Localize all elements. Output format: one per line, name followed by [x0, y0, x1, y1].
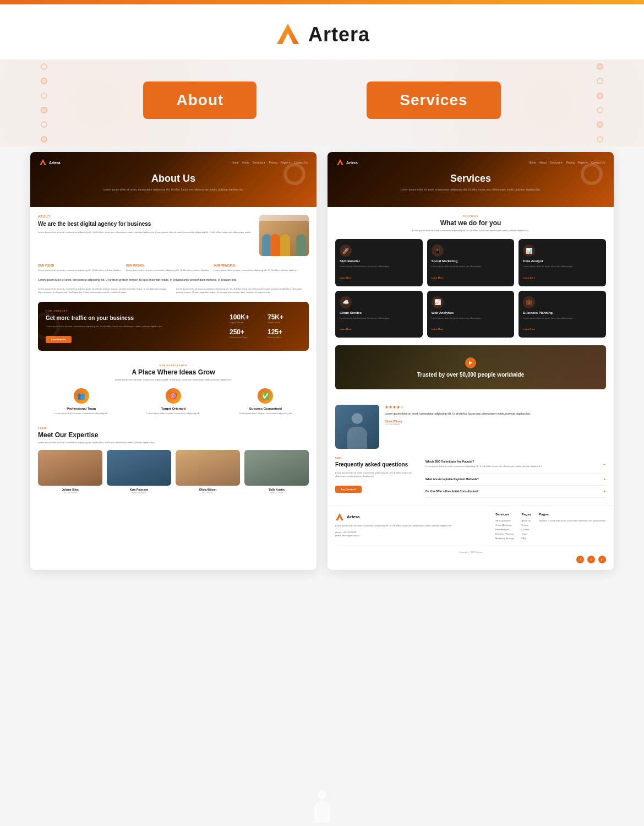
services-hero: Artera Home About Services ▾ Pricing Pag…: [328, 152, 614, 207]
hero-decoration: [581, 163, 603, 185]
faq-item-3[interactable]: Do You Offer a Free Initial Consultation…: [425, 486, 606, 498]
stat-professional-team-num: 250+: [230, 328, 263, 336]
team-tag: TEAM: [38, 427, 309, 430]
data-text: Lorem ipsum dolor sit amet, luctus nec u…: [523, 265, 602, 268]
services-hero-subtitle: Lorem ipsum dolor sit amet, consectetur …: [336, 188, 605, 192]
faq-text: Lorem ipsum dolor sit amet, consectetur …: [335, 471, 418, 478]
nav-link-about[interactable]: About: [242, 161, 249, 164]
copyright-text: Copyright © 2023 Artera: [459, 551, 483, 553]
col-vision-title: OUR VISION: [38, 264, 122, 267]
faq-expand-icon[interactable]: +: [603, 489, 606, 494]
faq-expand-icon[interactable]: +: [603, 477, 606, 482]
faq-contact-button[interactable]: Any Question?: [335, 486, 362, 493]
services-section-text: Lorem ipsum dolor sit amet, consectetur …: [335, 229, 606, 232]
dot: [597, 107, 603, 113]
two-col-right: Lorem ipsum dolor sit amet consectetur a…: [176, 287, 309, 294]
exc-icon-target: 🎯: [166, 388, 181, 404]
service-card-business: 💼 Business Planning Lorem ipsum dolor si…: [519, 291, 606, 338]
business-text: Lorem ipsum dolor sit amet, luctus nec u…: [523, 317, 602, 320]
nav-link-services[interactable]: Services ▾: [550, 161, 563, 164]
faq-item-2[interactable]: What Are Acceptable Payment Methods? +: [425, 474, 606, 486]
facebook-icon[interactable]: f: [576, 556, 584, 563]
about-preview-card: Artera Home About Services ▾ Pricing Pag…: [30, 152, 316, 570]
journey-left: OUR JOURNEY Get more traffic on your bus…: [46, 309, 223, 343]
svg-marker-3: [336, 513, 343, 520]
analytics-text: Lorem ipsum dolor sit amet, luctus nec u…: [432, 317, 510, 320]
footer-contact: phone: +234 81 6816 email: admin@artera.…: [335, 531, 488, 538]
preview-nav: Artera Home About Services ▾ Pricing Pag…: [39, 159, 308, 166]
excellence-grid: 👥 Professional Team Lorem ipsum dolor si…: [38, 388, 309, 415]
about-intro: ABOUT We are the best digital agency for…: [38, 215, 309, 256]
footer-col-item: Team: [521, 532, 531, 535]
data-icon: 📊: [523, 244, 535, 257]
preview-nav: Artera Home About Services ▾ Pricing Pag…: [336, 159, 605, 166]
social-icon: 📱: [432, 244, 444, 257]
stat-partners-won: 125+ Partners Won: [268, 328, 301, 339]
nav-link-home[interactable]: Home: [231, 161, 238, 164]
svg-marker-2: [337, 159, 343, 165]
journey-stats: 100K+ Happy Clients 75K+ Project Done 25…: [230, 313, 301, 339]
col-principle-title: OUR PRINCIPLE: [214, 264, 297, 267]
journey-title: Get more traffic on your business: [46, 314, 223, 322]
big-para-text: Lorem ipsum dolor sit amet, consectetur …: [38, 278, 237, 281]
nav-link-pricing[interactable]: Pricing: [566, 161, 574, 164]
about-content: ABOUT We are the best digital agency for…: [30, 207, 316, 507]
journey-section: OUR JOURNEY Get more traffic on your bus…: [38, 302, 309, 351]
faq-title: Frequently asked questions: [335, 461, 418, 468]
play-button[interactable]: ▶: [465, 357, 476, 368]
nav-link-services[interactable]: Services ▾: [253, 161, 266, 164]
services-button[interactable]: Services: [367, 81, 500, 119]
business-link[interactable]: Learn More: [523, 328, 535, 330]
footer-logo: Artera: [335, 513, 488, 521]
nav-link-about[interactable]: About: [539, 161, 547, 164]
person-head: [352, 413, 363, 424]
data-link[interactable]: Learn More: [523, 276, 535, 279]
svg-marker-1: [40, 159, 46, 165]
dot: [41, 93, 47, 99]
nav-link-pricing[interactable]: Pricing: [269, 161, 277, 164]
team-member-1: Juliane Silva CEO / Founder: [38, 450, 102, 494]
service-card-data: 📊 Data Analyst Lorem ipsum dolor sit ame…: [519, 239, 606, 286]
member-photo-4: [244, 450, 309, 486]
buttons-section: About Services: [0, 59, 644, 146]
analytics-link[interactable]: Learn More: [432, 328, 444, 330]
cloud-link[interactable]: Learn More: [340, 328, 352, 330]
stat-project-done-num: 75K+: [268, 313, 301, 321]
social-link[interactable]: Learn More: [432, 276, 444, 279]
about-para: Lorem ipsum dolor sit amet, consectetur …: [38, 231, 254, 234]
preview-area: Artera Home About Services ▾ Pricing Pag…: [0, 146, 644, 592]
col-principle-text: Lorem ipsum dolor sit amet, consectetur …: [214, 269, 297, 272]
footer-col-item: Business Planning: [495, 532, 514, 535]
dot: [597, 136, 603, 143]
faq-close-icon[interactable]: −: [603, 462, 606, 467]
preview-nav-logo: Artera: [39, 159, 61, 166]
journey-tag: OUR JOURNEY: [46, 309, 223, 312]
linkedin-icon[interactable]: in: [598, 556, 606, 563]
excellence-title: A Place Where Ideas Grow: [38, 368, 309, 376]
dot: [41, 63, 47, 70]
member-photo-2: [107, 450, 171, 486]
footer-logo-icon: [335, 513, 344, 521]
person-silhouette-4: [296, 234, 306, 256]
faq-item-1[interactable]: Which SEO Techniques Are Popular? Lorem …: [425, 457, 606, 474]
three-columns: OUR VISION Lorem ipsum dolor sit amet, c…: [38, 264, 309, 272]
seo-link[interactable]: Learn More: [340, 276, 352, 279]
twitter-icon[interactable]: t: [587, 556, 595, 563]
person-silhouette-3: [280, 234, 290, 256]
about-heading: We are the best digital agency for busin…: [38, 220, 254, 227]
faq-question-1: Which SEO Techniques Are Popular?: [425, 460, 542, 463]
nav-link-home[interactable]: Home: [528, 161, 536, 164]
team-title: Meet Our Expertise: [38, 431, 309, 439]
about-button[interactable]: About: [143, 81, 256, 119]
excellence-tag: OUR EXCELLENCE: [38, 364, 309, 367]
faq-question-2: What Are Acceptable Payment Methods?: [425, 477, 479, 481]
top-bar: [0, 0, 644, 4]
col-principle: OUR PRINCIPLE Lorem ipsum dolor sit amet…: [214, 264, 297, 272]
footer-socials: f t in: [335, 556, 606, 563]
footer-description: Lorem ipsum dolor sit amet, consectetur …: [335, 524, 488, 528]
member-role-3: Art Director: [176, 491, 240, 494]
artera-logo-icon: [274, 21, 302, 48]
footer-col-item: Data Analytics: [495, 528, 514, 531]
services-section-title: What we do for you: [335, 219, 606, 227]
exc-title-team: Professional Team: [38, 407, 124, 410]
